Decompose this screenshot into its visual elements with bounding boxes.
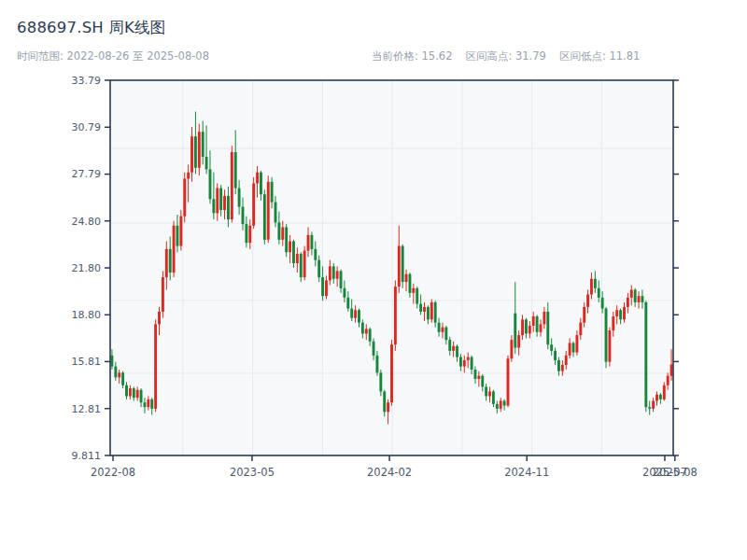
candle-body (317, 260, 320, 277)
candle-body (514, 314, 516, 348)
candle-body (572, 343, 575, 352)
candle-body (557, 360, 560, 371)
candle-body (529, 326, 531, 333)
candle-body (329, 266, 331, 280)
candle-body (477, 376, 480, 379)
candle-body (627, 298, 629, 307)
candle-body (434, 302, 437, 323)
candle-body (442, 328, 444, 332)
candle-body (575, 335, 578, 352)
candle-body (543, 312, 545, 324)
candle-body (343, 288, 345, 298)
candle-body (448, 340, 451, 351)
candle-body (579, 323, 582, 335)
candle-body (234, 152, 237, 189)
candle-body (242, 207, 245, 224)
candle-body (140, 390, 143, 402)
candle-body (136, 390, 139, 398)
candle-body (492, 391, 495, 403)
candle-body (209, 169, 212, 199)
x-tick-label: 2025-08 (653, 466, 698, 479)
candle-body (183, 178, 186, 216)
candle-body (205, 157, 208, 169)
x-tick-label: 2024-11 (504, 466, 549, 479)
kline-chart-svg: 33.7930.7927.7924.8021.8018.8015.8112.81… (0, 0, 747, 560)
candle-body (194, 136, 197, 168)
candle-body (223, 196, 226, 210)
candle-body (583, 307, 585, 323)
candle-body (198, 132, 201, 168)
candle-body (158, 312, 161, 324)
candle-body (546, 312, 549, 344)
candle-body (430, 302, 433, 319)
candle-body (554, 351, 557, 360)
candle-body (405, 274, 408, 282)
candle-body (536, 316, 539, 332)
candle-body (325, 280, 328, 296)
candle-body (154, 324, 157, 409)
candle-body (670, 365, 673, 376)
candle-body (169, 249, 172, 273)
candle-body (121, 372, 124, 385)
candle-body (598, 288, 600, 298)
kline-chart: 33.7930.7927.7924.8021.8018.8015.8112.81… (0, 0, 747, 560)
candle-body (485, 386, 487, 396)
candle-body (383, 391, 386, 412)
candle-body (133, 388, 135, 398)
candle-body (500, 401, 502, 409)
candle-body (517, 335, 520, 347)
candle-body (179, 217, 182, 246)
x-tick-label: 2023-05 (230, 466, 275, 479)
candle-body (630, 289, 633, 297)
candle-body (619, 310, 622, 319)
candle-body (110, 356, 113, 367)
candle-body (394, 287, 397, 344)
candle-body (346, 298, 349, 309)
candle-body (416, 288, 418, 304)
candle-body (507, 358, 510, 405)
candle-body (412, 288, 415, 293)
y-tick-label: 9.811 (72, 450, 102, 462)
candle-body (162, 277, 164, 312)
candle-body (540, 324, 543, 331)
candle-body (263, 194, 266, 240)
candle-body (252, 183, 255, 225)
candle-body (659, 395, 662, 399)
candle-body (655, 395, 658, 401)
candle-body (281, 227, 284, 239)
y-tick-label: 27.79 (72, 168, 102, 180)
candle-body (456, 346, 458, 357)
candle-body (147, 399, 149, 407)
candle-body (667, 376, 669, 385)
candle-body (652, 401, 655, 409)
candle-body (638, 296, 641, 302)
candle-body (467, 357, 470, 360)
candle-body (125, 385, 128, 397)
candle-body (300, 254, 303, 277)
candle-body (612, 316, 614, 330)
candle-body (615, 310, 618, 316)
candle-body (118, 372, 120, 377)
candle-body (452, 346, 455, 351)
candle-body (605, 309, 608, 362)
candle-body (379, 372, 382, 391)
y-tick-label: 18.80 (72, 309, 102, 321)
candle-body (365, 329, 368, 333)
candle-body (608, 330, 611, 362)
candle-body (260, 173, 262, 194)
candle-body (190, 136, 193, 173)
candle-body (481, 376, 484, 387)
candle-body (336, 271, 339, 278)
y-tick-label: 15.81 (72, 356, 102, 368)
candle-body (398, 246, 401, 287)
candle-body (289, 242, 291, 253)
candle-body (212, 199, 215, 213)
candle-body (350, 309, 353, 318)
candle-body (532, 316, 535, 326)
candle-body (419, 304, 422, 312)
candle-body (510, 340, 513, 358)
candle-body (358, 310, 360, 322)
candle-body (438, 323, 441, 332)
candle-body (550, 344, 553, 351)
candle-body (216, 189, 218, 214)
